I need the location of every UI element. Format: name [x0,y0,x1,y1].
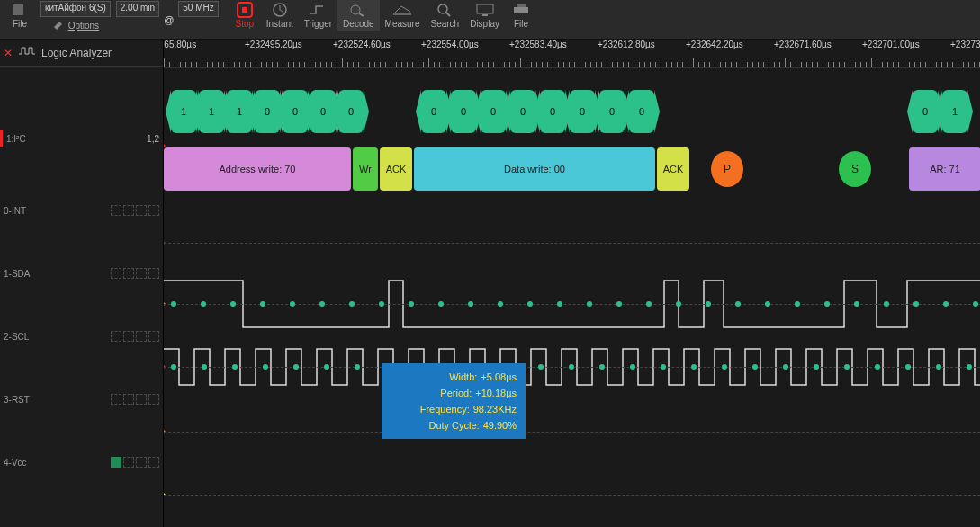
analyzer-title[interactable]: ✕ Logic Analyzer [0,40,163,67]
decode-block: ACK [657,147,689,191]
sample-dot [599,364,605,370]
sample-dot [319,301,325,307]
sample-dot [527,301,533,307]
trigger-button[interactable]: Trigger [299,0,337,31]
sample-dot [230,301,236,307]
device-combo[interactable]: китАйфон 6(S) [40,1,111,17]
edge-fall-icon[interactable] [123,394,134,405]
print-icon [510,2,532,18]
bit-hex: 0 [540,90,565,133]
sample-dot [587,301,592,307]
wf-scl[interactable]: 2 [164,340,980,394]
bit-hex: 0 [283,90,308,133]
axis [164,243,980,244]
edge-rise-icon[interactable] [111,394,121,405]
sample-dot [936,364,941,370]
display-button[interactable]: Display [464,0,505,31]
stop-button[interactable]: Stop [229,0,261,31]
close-icon[interactable]: ✕ [4,47,13,59]
timeline-label: +232671.60µs [774,40,832,49]
edge-fall-icon[interactable] [123,268,134,279]
wf-vcc[interactable]: 4 [164,471,980,518]
sample-dot [349,301,355,307]
channel-sidebar: ✕ Logic Analyzer 1:I²C 1,2 0-INT 1-SDA 2… [0,40,164,527]
svg-rect-8 [482,14,488,16]
decode-icon [347,2,369,18]
meas-duty-v: 49.90% [483,417,517,433]
wf-sda[interactable]: 1 [164,272,980,336]
ch4-row[interactable]: 4-Vcc [0,453,163,471]
ch2-row[interactable]: 2-SCL [0,327,163,345]
sample-dot [884,301,889,307]
edge-both-icon[interactable] [136,457,147,468]
edge-rise-icon[interactable] [111,331,121,342]
edge-both-icon[interactable] [136,205,147,216]
file-label: File [13,19,27,29]
edge-rise-icon[interactable] [111,457,121,468]
meas-freq-v: 98.23KHz [473,401,517,417]
meas-freq-k: Frequency: [420,401,470,417]
ch3-row[interactable]: 3-RST [0,390,163,408]
i2c-label: 1:I²C [6,134,145,144]
edge-both-icon[interactable] [136,331,147,342]
edge-x-icon[interactable] [148,268,159,279]
ch0-label: 0-INT [4,206,109,216]
sample-dot [722,364,727,370]
measure-icon [391,2,413,18]
file2-label: File [514,19,528,29]
sample-dot [355,364,360,370]
bit-hex: 0 [338,90,364,133]
bit-hex: 0 [310,90,336,133]
bit-hex: 0 [451,90,476,133]
edge-x-icon[interactable] [148,394,159,405]
svg-rect-0 [13,4,23,15]
wrench-icon[interactable] [52,18,67,32]
sample-dot [752,364,758,370]
waveform-area[interactable]: !465.80µs+232495.20µs+232524.60µs+232554… [164,40,980,527]
instant-button[interactable]: Instant [261,0,299,31]
sample-dot [569,364,574,370]
sample-dot [875,364,880,370]
edge-both-icon[interactable] [136,394,147,405]
duration-combo[interactable]: 2.00 min [116,1,159,17]
svg-rect-5 [393,13,411,15]
edge-rise-icon[interactable] [111,205,121,216]
decode-block: Data write: 00 [414,147,655,191]
svg-rect-9 [514,7,528,13]
decode-button[interactable]: Decode [337,0,379,31]
edge-both-icon[interactable] [136,268,147,279]
sample-dot [202,364,207,370]
edge-fall-icon[interactable] [123,205,134,216]
sample-dot [824,301,830,307]
svg-point-4 [351,5,360,14]
sample-dot [557,301,562,307]
ch1-row[interactable]: 1-SDA [0,264,163,282]
decode-stop: P [711,151,743,187]
timeline[interactable]: !465.80µs+232495.20µs+232524.60µs+232554… [164,40,980,68]
file-menu-2[interactable]: File [505,0,537,31]
edge-fall-icon[interactable] [123,457,134,468]
sample-dot [379,301,384,307]
meas-duty-k: Duty Cycle: [428,417,479,433]
search-button[interactable]: Search [425,0,464,31]
sample-dot [324,364,329,370]
edge-x-icon[interactable] [148,205,159,216]
wf-rst[interactable]: 3 [164,408,980,455]
options-label[interactable]: Options [68,21,99,31]
sample-dot [706,301,711,307]
edge-rise-icon[interactable] [111,268,121,279]
i2c-decoder-row[interactable]: 1:I²C 1,2 [0,130,163,147]
edge-fall-icon[interactable] [123,331,134,342]
sample-dot [263,364,268,370]
bit-hex: 1 [199,90,224,133]
measure-button[interactable]: Measure [380,0,426,31]
edge-x-icon[interactable] [148,331,159,342]
svg-rect-2 [242,7,247,13]
ch0-row[interactable]: 0-INT [0,201,163,219]
samplerate-combo[interactable]: 50 MHz [178,1,218,17]
search-label: Search [430,19,459,29]
wf-int[interactable]: 0 [164,219,980,266]
edge-x-icon[interactable] [148,457,159,468]
decode-label: Decode [343,19,373,29]
file-menu-1[interactable]: File [4,0,36,31]
